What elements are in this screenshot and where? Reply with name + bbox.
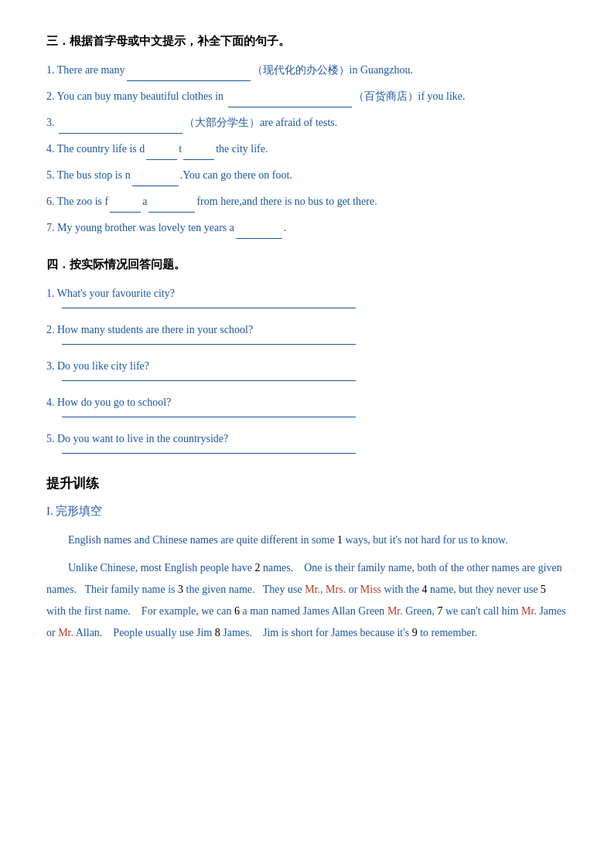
blank-3-4b[interactable] [183,159,214,160]
answer-line-4-2[interactable] [62,344,356,345]
q4-4: 4. How do you go to school? [46,392,568,417]
q4-1: 1. What's your favourite city? [46,283,568,308]
blank-3-5[interactable] [132,186,179,186]
blank-3-4a[interactable] [146,159,177,160]
q4-3-text: 3. Do you like city life? [46,360,149,372]
q3-4: 4. The country life is dtthe city life. [46,138,568,160]
q3-2: 2. You can buy many beautiful clothes in… [46,86,568,107]
answer-line-4-3[interactable] [62,380,356,381]
enhancement-section: 提升训练 I. 完形填空 English names and Chinese n… [46,472,568,644]
blank-3-3[interactable] [59,133,182,134]
answer-line-4-1[interactable] [62,308,356,308]
section-four: 四．按实际情况回答问题。 1. What's your favourite ci… [46,254,568,454]
cloze-paragraph-1: English names and Chinese names are quit… [46,529,568,551]
q3-5: 5. The bus stop is n.You can go there on… [46,165,568,186]
section-three-title: 三．根据首字母或中文提示，补全下面的句子。 [46,31,568,52]
blank-3-7[interactable] [236,238,282,239]
q4-3: 3. Do you like city life? [46,356,568,381]
q4-5-text: 5. Do you want to live in the countrysid… [46,433,228,444]
blank-3-1[interactable] [127,80,251,81]
q4-2: 2. How many students are there in your s… [46,319,568,345]
q4-5: 5. Do you want to live in the countrysid… [46,428,568,454]
answer-line-4-5[interactable] [62,453,356,454]
blank-3-6b[interactable] [148,212,195,213]
cloze-paragraph-2: Unlike Chinese, most English people have… [46,557,568,644]
q3-1: 1. There are many（现代化的办公楼）in Guangzhou. [46,60,568,81]
enhancement-title: 提升训练 [46,472,568,496]
q4-4-text: 4. How do you go to school? [46,397,171,408]
blank-3-2[interactable] [228,107,352,107]
q4-1-text: 1. What's your favourite city? [46,288,175,299]
answer-line-4-4[interactable] [62,417,356,417]
cloze-title: I. 完形填空 [46,501,568,522]
blank-3-6a[interactable] [110,212,141,213]
q3-6: 6. The zoo is fafrom here,and there is n… [46,191,568,213]
q3-7: 7. My young brother was lovely ten years… [46,217,568,239]
section-four-title: 四．按实际情况回答问题。 [46,254,568,275]
q3-3: 3. （大部分学生）are afraid of tests. [46,112,568,134]
q4-2-text: 2. How many students are there in your s… [46,324,253,335]
section-three: 三．根据首字母或中文提示，补全下面的句子。 1. There are many（… [46,31,568,239]
